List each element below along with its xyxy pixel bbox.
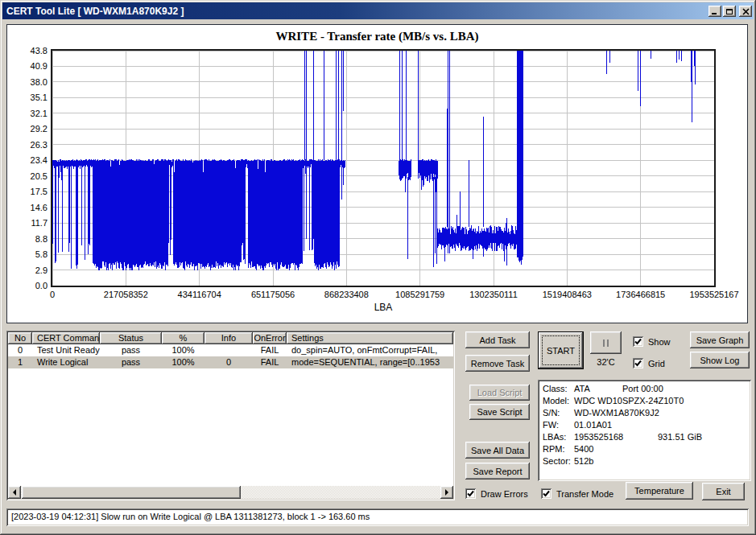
- drive-info-line: Class:ATAPort 00:00: [538, 383, 751, 395]
- grid-checkbox[interactable]: Grid: [633, 358, 665, 368]
- svg-text:38.0: 38.0: [31, 77, 48, 87]
- table-cell: [204, 344, 253, 356]
- svg-text:651175056: 651175056: [251, 290, 295, 299]
- scrollbar-thumb[interactable]: [22, 486, 241, 499]
- svg-text:LBA: LBA: [374, 302, 393, 313]
- svg-text:1085291759: 1085291759: [395, 290, 444, 299]
- maximize-icon[interactable]: [723, 6, 736, 17]
- svg-text:26.3: 26.3: [31, 140, 48, 150]
- check-icon: [634, 360, 642, 367]
- table-cell: pass: [100, 356, 162, 368]
- minimize-icon[interactable]: [708, 6, 721, 17]
- svg-text:1736466815: 1736466815: [616, 290, 665, 299]
- svg-text:43.8: 43.8: [31, 46, 48, 56]
- svg-text:868233408: 868233408: [324, 290, 369, 299]
- drive-info-line: RPM:5400: [538, 443, 751, 455]
- task-table: NoCERT CommandStatus%InfoOnErrorSettings…: [6, 331, 455, 500]
- drive-info-line: S/N:WD-WXM1A870K9J2: [538, 407, 751, 419]
- column-header[interactable]: CERT Command: [32, 332, 100, 344]
- app-window: CERT Tool Lite [ WD-WXM1A870K9J2 ] 43.84…: [0, 0, 756, 535]
- column-header[interactable]: OnError: [253, 332, 287, 344]
- svg-text:17.5: 17.5: [31, 187, 48, 196]
- column-header[interactable]: Settings: [287, 332, 453, 344]
- table-cell: 0: [8, 344, 32, 356]
- svg-text:35.1: 35.1: [31, 93, 48, 102]
- drive-info-line: FW:01.01A01: [538, 419, 751, 431]
- chart-panel: 43.840.938.035.132.129.226.323.420.517.5…: [6, 24, 748, 323]
- titlebar: CERT Tool Lite [ WD-WXM1A870K9J2 ]: [2, 2, 754, 19]
- check-icon: [467, 490, 474, 497]
- check-icon: [634, 338, 642, 345]
- column-header[interactable]: Info: [204, 332, 253, 344]
- load-script-button: Load Script: [469, 385, 530, 401]
- table-header: NoCERT CommandStatus%InfoOnErrorSettings: [8, 332, 453, 344]
- svg-text:8.8: 8.8: [35, 234, 48, 244]
- table-row[interactable]: 1Write Logicalpass100%0FAILmode=SEQUENTI…: [8, 356, 453, 368]
- checkbox-box[interactable]: [633, 336, 643, 347]
- remove-task-button[interactable]: Remove Task: [465, 355, 530, 372]
- add-task-button[interactable]: Add Task: [465, 331, 530, 348]
- pause-icon: [603, 340, 609, 347]
- column-header[interactable]: %: [162, 332, 204, 344]
- window-title: CERT Tool Lite [ WD-WXM1A870K9J2 ]: [2, 6, 184, 17]
- table-cell: Write Logical: [32, 356, 100, 368]
- svg-text:1302350111: 1302350111: [469, 290, 518, 299]
- temperature-button[interactable]: Temperature: [626, 482, 693, 500]
- svg-text:1519408463: 1519408463: [543, 290, 592, 299]
- table-cell: Test Unit Ready: [32, 344, 100, 356]
- svg-text:14.6: 14.6: [31, 203, 48, 212]
- status-bar: [2023-03-19 04:12:31] Slow run on Write …: [6, 508, 749, 526]
- table-row[interactable]: 0Test Unit Readypass100%FAILdo_spin=AUTO…: [8, 344, 453, 356]
- save-report-button[interactable]: Save Report: [465, 463, 530, 479]
- svg-text:29.2: 29.2: [31, 124, 48, 134]
- transfer-mode-label: Transfer Mode: [556, 489, 613, 499]
- drive-info-line: LBAs:1953525168931.51 GiB: [538, 431, 751, 443]
- checkbox-box[interactable]: [633, 358, 643, 368]
- titlebar-buttons: [707, 6, 752, 17]
- svg-text:32.1: 32.1: [31, 109, 48, 118]
- save-all-data-button[interactable]: Save All Data: [465, 442, 530, 459]
- drive-info-panel: Class:ATAPort 00:00Model:WDC WD10SPZX-24…: [538, 380, 751, 481]
- draw-errors-label: Draw Errors: [481, 489, 528, 499]
- checkbox-box[interactable]: [465, 488, 476, 499]
- svg-text:11.7: 11.7: [31, 218, 48, 228]
- svg-text:23.4: 23.4: [31, 155, 48, 165]
- table-horizontal-scrollbar[interactable]: [8, 486, 453, 499]
- checkbox-box[interactable]: [541, 488, 552, 499]
- temperature-reading: 32'C: [590, 357, 622, 367]
- save-graph-button[interactable]: Save Graph: [690, 331, 750, 348]
- pause-button: [590, 331, 622, 354]
- svg-text:217058352: 217058352: [104, 290, 148, 299]
- show-checkbox[interactable]: Show: [633, 336, 671, 347]
- drive-info-line: Sector:512b: [538, 455, 751, 467]
- svg-text:40.9: 40.9: [31, 61, 48, 71]
- table-cell: 1: [8, 356, 32, 368]
- table-body: 0Test Unit Readypass100%FAILdo_spin=AUTO…: [8, 344, 453, 486]
- draw-errors-checkbox[interactable]: Draw Errors: [465, 488, 528, 499]
- table-cell: do_spin=AUTO, onFmtCorrupt=FAIL,: [287, 344, 453, 356]
- table-cell: FAIL: [253, 344, 287, 356]
- arrow-right-icon[interactable]: [440, 486, 453, 499]
- show-log-button[interactable]: Show Log: [690, 352, 750, 368]
- grid-label: Grid: [648, 359, 665, 368]
- exit-button[interactable]: Exit: [702, 483, 745, 500]
- arrow-left-icon[interactable]: [8, 486, 21, 499]
- check-icon: [543, 490, 550, 497]
- transfer-mode-checkbox[interactable]: Transfer Mode: [541, 488, 613, 499]
- drive-info-line: Model:WDC WD10SPZX-24Z10T0: [538, 395, 751, 407]
- table-cell: 0: [204, 356, 253, 368]
- svg-text:1953525167: 1953525167: [689, 290, 738, 299]
- svg-text:434116704: 434116704: [178, 290, 221, 299]
- save-script-button[interactable]: Save Script: [469, 404, 530, 420]
- column-header[interactable]: No: [8, 332, 32, 344]
- svg-text:0: 0: [50, 290, 55, 299]
- chart-title: WRITE - Transfer rate (MB/s vs. LBA): [7, 30, 747, 43]
- show-label: Show: [648, 337, 671, 347]
- svg-text:2.9: 2.9: [35, 265, 48, 275]
- table-cell: pass: [100, 344, 162, 356]
- column-header[interactable]: Status: [100, 332, 162, 344]
- svg-text:0.0: 0.0: [35, 281, 48, 290]
- close-icon[interactable]: [739, 6, 752, 17]
- svg-text:20.5: 20.5: [31, 171, 48, 181]
- start-button[interactable]: START: [538, 331, 584, 369]
